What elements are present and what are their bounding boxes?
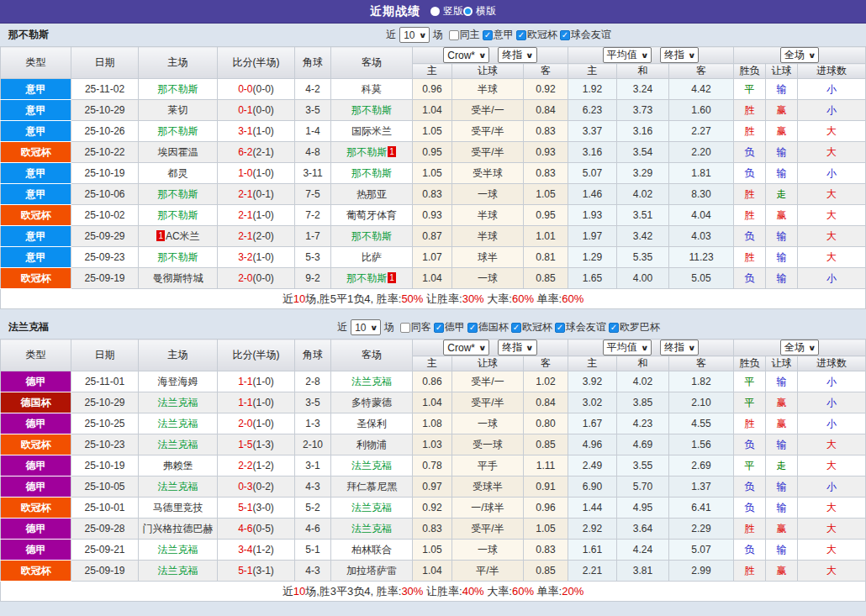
away-team[interactable]: 国际米兰	[331, 121, 413, 142]
sub-col-header: 主	[413, 356, 452, 371]
checkbox-checked-icon[interactable]: ✓	[560, 30, 570, 40]
away-team[interactable]: 那不勒斯1	[331, 268, 413, 289]
final-index-select[interactable]: 终指∨	[498, 47, 536, 63]
result-outcome: 平	[734, 455, 766, 476]
away-team[interactable]: 利物浦	[331, 434, 413, 455]
checkbox-checked-icon[interactable]: ✓	[609, 323, 619, 333]
checkbox-checked-icon[interactable]: ✓	[483, 30, 493, 40]
final-index-select-2[interactable]: 终指∨	[660, 47, 699, 63]
away-team[interactable]: 葡萄牙体育	[331, 205, 413, 226]
home-team[interactable]: 法兰克福	[139, 476, 218, 498]
away-team[interactable]: 拜仁慕尼黑	[331, 476, 413, 498]
away-team[interactable]: 法兰克福	[331, 371, 413, 392]
home-team[interactable]: 法兰克福	[139, 540, 218, 561]
away-team[interactable]: 科莫	[331, 79, 413, 100]
result-outcome: 负	[734, 476, 766, 498]
layout-radio-横版[interactable]: 横版	[463, 4, 496, 18]
home-team[interactable]: 1AC米兰	[139, 226, 218, 247]
result-handicap: 赢	[766, 205, 798, 226]
home-team[interactable]: 那不勒斯	[139, 121, 218, 142]
home-team[interactable]: 莱切	[139, 100, 218, 121]
home-team[interactable]: 法兰克福	[139, 392, 218, 413]
summary-segment: 40%	[462, 585, 484, 598]
result-goals: 大	[798, 561, 866, 582]
layout-radio-竖版[interactable]: 竖版	[430, 4, 463, 18]
crow-home-odds: 1.05	[413, 121, 452, 142]
away-team[interactable]: 多特蒙德	[331, 392, 413, 413]
avg-draw-odds: 4.24	[617, 540, 669, 561]
corner-score: 4-3	[295, 561, 331, 582]
final-index-select-2[interactable]: 终指∨	[660, 340, 699, 355]
away-team[interactable]: 法兰克福	[331, 455, 413, 476]
checkbox-checked-icon[interactable]: ✓	[516, 30, 526, 40]
filter-option: ✓球会友谊	[555, 320, 606, 334]
crow-select[interactable]: Crow*∨	[443, 47, 489, 63]
away-team[interactable]: 热那亚	[331, 184, 413, 205]
away-team[interactable]: 柏林联合	[331, 540, 413, 561]
home-team[interactable]: 法兰克福	[139, 434, 218, 455]
checkbox-checked-icon[interactable]: ✓	[511, 323, 521, 333]
checkbox-checked-icon[interactable]: ✓	[467, 323, 478, 333]
avg-away-odds: 2.10	[669, 392, 734, 413]
average-select[interactable]: 平均值∨	[603, 340, 652, 355]
avg-draw-odds: 4.95	[617, 498, 669, 519]
crow-home-odds: 0.83	[413, 184, 452, 205]
home-team[interactable]: 海登海姆	[139, 371, 218, 392]
home-team[interactable]: 埃因霍温	[139, 142, 218, 163]
away-team[interactable]: 加拉塔萨雷	[331, 561, 413, 582]
checkbox-checked-icon[interactable]: ✓	[555, 323, 565, 333]
match-date: 25-10-05	[71, 476, 139, 498]
away-team[interactable]: 法兰克福	[331, 498, 413, 519]
final-index-select[interactable]: 终指∨	[498, 340, 536, 355]
away-team[interactable]: 法兰克福	[331, 519, 413, 540]
home-team[interactable]: 那不勒斯	[139, 205, 218, 226]
chevron-down-icon: ∨	[688, 51, 696, 60]
checkbox-label: 球会友谊	[566, 320, 606, 334]
away-team[interactable]: 那不勒斯1	[331, 142, 413, 163]
match-count-select[interactable]: 10 ∨	[399, 27, 430, 43]
away-team[interactable]: 圣保利	[331, 413, 413, 434]
col-header-corner: 角球	[295, 340, 331, 371]
home-team[interactable]: 马德里竞技	[139, 498, 218, 519]
fulltime-scope-select[interactable]: 全场∨	[780, 340, 819, 355]
checkbox-unchecked-icon[interactable]	[400, 323, 410, 333]
result-goals: 大	[798, 121, 866, 142]
fulltime-score: 3-1	[238, 125, 252, 137]
fulltime-score: 2-0	[238, 418, 252, 429]
checkbox-checked-icon[interactable]: ✓	[434, 323, 444, 333]
home-team[interactable]: 曼彻斯特城	[139, 268, 218, 289]
team-label: 海登海姆	[158, 376, 198, 387]
home-team[interactable]: 那不勒斯	[139, 184, 218, 205]
crow-away-odds: 0.85	[524, 434, 568, 455]
away-team[interactable]: 比萨	[331, 247, 413, 268]
crow-home-odds: 0.93	[413, 205, 452, 226]
header-group-row: 类型 日期 主场 比分(半场) 角球 客场 Crow*∨终指∨ 平均值∨终指∨ …	[1, 47, 866, 64]
avg-home-odds: 5.07	[568, 163, 617, 184]
checkbox-unchecked-icon[interactable]	[449, 30, 459, 40]
team-label: 加拉塔萨雷	[346, 565, 397, 577]
average-select[interactable]: 平均值∨	[603, 47, 652, 63]
crow-away-odds: 0.95	[524, 205, 568, 226]
home-team[interactable]: 门兴格拉德巴赫	[139, 519, 218, 540]
home-team[interactable]: 法兰克福	[139, 561, 218, 582]
match-date: 25-09-28	[71, 519, 139, 540]
away-team[interactable]: 那不勒斯	[331, 100, 413, 121]
filter-controls: 近 10 ∨ 场 同客✓德甲✓德国杯✓欧冠杯✓球会友谊✓欧罗巴杯	[337, 319, 660, 335]
home-team[interactable]: 都灵	[139, 163, 218, 184]
matches-tbody: 意甲25-11-02那不勒斯0-0(0-0)4-2科莫0.96半球0.921.9…	[1, 79, 866, 289]
result-handicap: 输	[766, 268, 798, 289]
corner-score: 3-5	[295, 100, 331, 121]
table-row: 意甲25-10-29莱切0-1(0-0)3-5那不勒斯1.04受半/一0.846…	[1, 100, 866, 121]
home-team[interactable]: 那不勒斯	[139, 247, 218, 268]
avg-draw-odds: 3.51	[617, 205, 669, 226]
fulltime-scope-select[interactable]: 全场∨	[780, 47, 819, 63]
away-team[interactable]: 那不勒斯	[331, 226, 413, 247]
match-count-select[interactable]: 10 ∨	[351, 319, 381, 335]
home-team[interactable]: 弗赖堡	[139, 455, 218, 476]
summary-segment: 场,胜3平3负4, 胜率:	[305, 585, 401, 598]
home-team[interactable]: 那不勒斯	[139, 79, 218, 100]
crow-select[interactable]: Crow*∨	[443, 340, 489, 355]
away-team[interactable]: 那不勒斯	[331, 163, 413, 184]
home-team[interactable]: 法兰克福	[139, 413, 218, 434]
halftime-score: (1-0)	[253, 251, 274, 263]
